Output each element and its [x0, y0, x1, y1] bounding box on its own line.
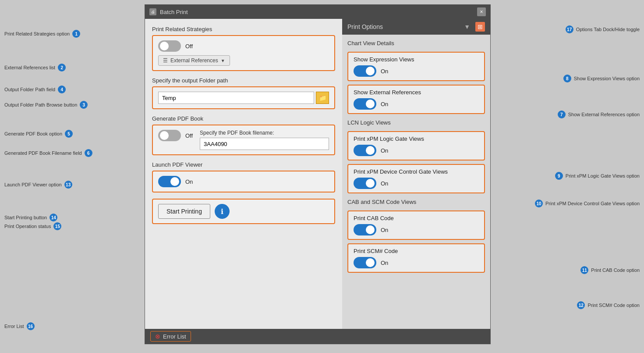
start-printing-box: Start Printing ℹ [152, 199, 335, 224]
generate-pdf-toggle[interactable] [158, 130, 181, 141]
show-ext-ref-toggle[interactable] [354, 98, 376, 110]
print-xpm-device-state: On [381, 180, 388, 187]
bottom-bar: ⊗ Error List [145, 329, 490, 344]
print-scm-toggle[interactable] [354, 257, 376, 268]
badge-15: 15 [53, 222, 61, 230]
print-cab-card: Print CAB Code On [347, 210, 485, 240]
annotation-4-text: Output Folder Path field [4, 87, 55, 92]
print-related-strategies-section: Print Related Strategies Off ☰ External … [152, 26, 335, 71]
pdf-filename-label: Specify the PDF Book filename: [200, 130, 329, 136]
dropdown-arrow-icon[interactable]: ▼ [464, 23, 470, 30]
folder-browse-button[interactable]: 📁 [316, 92, 329, 104]
generate-pdf-box: Off Specify the PDF Book filename: [152, 125, 335, 155]
print-related-strategies-label: Print Related Strategies [152, 26, 335, 32]
dialog-icon: 🖨 [149, 8, 156, 15]
launch-pdf-toggle-label: On [185, 178, 193, 185]
annotation-3: Output Folder Path Browse button 3 [4, 101, 88, 109]
print-xpm-device-toggle[interactable] [354, 178, 376, 189]
badge-16: 16 [27, 322, 35, 330]
error-list-label: Error List [163, 333, 186, 340]
batch-print-dialog: 🖨 Batch Print × Print Related Strategies… [145, 4, 491, 344]
output-folder-input[interactable] [158, 92, 314, 104]
info-button[interactable]: ℹ [215, 204, 230, 219]
badge-14: 14 [50, 214, 57, 221]
launch-pdf-toggle[interactable] [158, 176, 181, 187]
print-xpm-logic-toggle[interactable] [354, 145, 376, 156]
ext-ref-container: ☰ External References ▼ [158, 55, 329, 66]
annotation-2: External References list 2 [4, 64, 66, 71]
lcn-title: LCN Logic Views [347, 119, 485, 128]
dialog-close-button[interactable]: × [477, 7, 486, 16]
print-cab-toggle-container: On [354, 224, 479, 235]
badge-3: 3 [80, 101, 88, 109]
launch-pdf-toggle-container: On [158, 176, 329, 187]
annotation-7: Show External References option 7 [555, 111, 640, 118]
pdf-filename-input[interactable] [200, 138, 329, 150]
external-references-button[interactable]: ☰ External References ▼ [158, 55, 230, 66]
show-expression-toggle-container: On [354, 65, 479, 77]
show-ext-ref-state: On [381, 101, 388, 107]
info-icon: ℹ [221, 207, 223, 216]
annotation-3-text: Output Folder Path Browse button [4, 102, 77, 107]
right-panel: Print Options ▼ ⊞ Chart View Details Sho… [342, 19, 490, 329]
error-icon: ⊗ [155, 333, 160, 340]
pdf-filename-group: Specify the PDF Book filename: [200, 130, 329, 150]
folder-icon: 📁 [319, 94, 326, 101]
generate-pdf-section: Generate PDF Book Off Specify the PDF Bo… [152, 115, 335, 155]
annotation-11-text: Print CAB Code option [591, 267, 640, 273]
annotation-10: Print xPM Device Control Gate Views opti… [532, 200, 640, 207]
launch-pdf-box: On [152, 171, 335, 193]
annotation-9-text: Print xPM Logic Gate Views option [566, 173, 640, 178]
badge-5: 5 [65, 130, 73, 138]
annotation-14-text: Start Printing button [4, 215, 47, 220]
start-printing-button[interactable]: Start Printing [158, 204, 210, 219]
print-scm-state: On [381, 260, 388, 266]
annotation-12-text: Print SCM# Code option [587, 303, 640, 308]
print-cab-toggle[interactable] [354, 224, 376, 235]
print-related-strategies-box: Off ☰ External References ▼ [152, 35, 335, 71]
output-folder-label: Specify the output Folder path [152, 77, 335, 84]
launch-pdf-label: Launch PDF Viewer [152, 161, 335, 168]
annotation-15-text: Print Operation status [4, 224, 51, 229]
annotation-5-text: Generate PDF Book option [4, 131, 62, 136]
print-related-toggle[interactable] [158, 40, 181, 52]
show-ext-ref-toggle-container: On [354, 98, 479, 110]
annotation-6: Generated PDF Book Filename field 6 [4, 149, 92, 157]
badge-1: 1 [72, 30, 80, 38]
badge-12: 12 [577, 301, 585, 309]
cab-title: CAB and SCM Code Views [347, 199, 485, 207]
ext-ref-label: External References [170, 57, 218, 64]
print-cab-label: Print CAB Code [354, 215, 479, 221]
badge-10: 10 [535, 200, 543, 207]
right-panel-header: Print Options ▼ ⊞ [342, 19, 490, 35]
annotation-17-text: Options Tab Dock/Hide toggle [576, 27, 640, 32]
print-xpm-device-toggle-container: On [354, 178, 479, 189]
error-list-button[interactable]: ⊗ Error List [150, 331, 191, 342]
show-expression-card: Show Expression Views On [347, 52, 485, 81]
print-xpm-logic-label: Print xPM Logic Gate Views [354, 135, 479, 142]
print-scm-toggle-container: On [354, 257, 479, 268]
chart-view-section: Chart View Details Show Expression Views… [347, 40, 485, 114]
print-xpm-logic-toggle-container: On [354, 145, 479, 156]
annotation-16-text: Error List [4, 324, 24, 329]
dialog-titlebar: 🖨 Batch Print × [145, 5, 490, 19]
show-expression-toggle[interactable] [354, 65, 376, 77]
annotation-8: Show Expression Views option 8 [561, 75, 640, 82]
dock-hide-button[interactable]: ⊞ [475, 22, 485, 32]
annotation-5: Generate PDF Book option 5 [4, 130, 73, 138]
badge-6: 6 [85, 149, 92, 157]
left-panel: Print Related Strategies Off ☰ External … [145, 19, 342, 329]
annotation-14: Start Printing button 14 [4, 214, 57, 221]
print-related-toggle-container: Off [158, 40, 329, 52]
badge-11: 11 [580, 266, 588, 274]
print-scm-label: Print SCM# Code [354, 248, 479, 254]
print-options-title: Print Options [347, 23, 460, 30]
ext-ref-icon: ☰ [163, 57, 168, 64]
annotation-8-text: Show Expression Views option [574, 76, 640, 81]
print-xpm-device-card: Print xPM Device Control Gate Views On [347, 164, 485, 193]
badge-13: 13 [64, 181, 72, 189]
output-folder-section: Specify the output Folder path 📁 [152, 77, 335, 109]
right-panel-content: Chart View Details Show Expression Views… [342, 35, 490, 329]
print-xpm-logic-state: On [381, 147, 388, 154]
annotation-6-text: Generated PDF Book Filename field [4, 150, 82, 156]
